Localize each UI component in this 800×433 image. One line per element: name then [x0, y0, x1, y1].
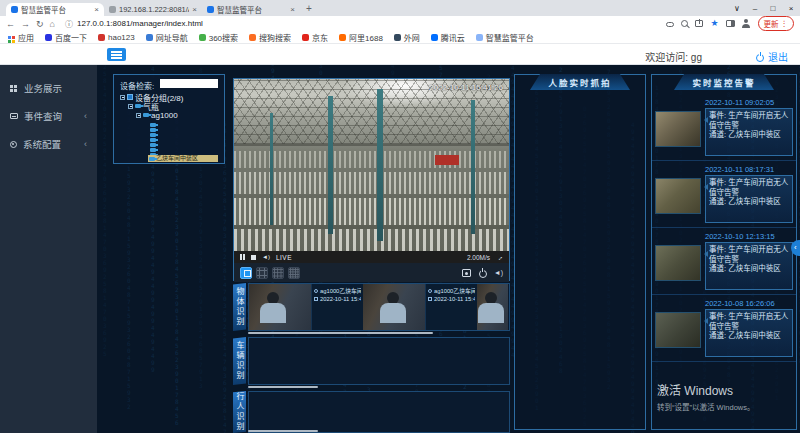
grid-icon	[10, 85, 13, 88]
split-view-icon[interactable]	[726, 20, 735, 27]
calendar-icon	[314, 297, 318, 301]
sidebar-toggle-button[interactable]	[107, 48, 126, 61]
layout-2x2-button[interactable]	[256, 267, 268, 279]
sidebar-item-events[interactable]: 事件查询 ‹	[0, 105, 97, 127]
tab-favicon-icon	[109, 6, 116, 13]
chevron-icon: ‹	[84, 111, 87, 121]
screen: 智慧监管平台 × 192.168.1.222:8081/App/Syst × 智…	[0, 0, 800, 433]
favicon-icon	[199, 34, 206, 41]
recognition-thumbnail[interactable]	[363, 284, 425, 330]
layout-4x4-button[interactable]	[288, 267, 300, 279]
horizontal-scrollbar[interactable]	[248, 430, 318, 433]
alert-card[interactable]: 2022-10-11 08:17:31 事件: 生产车间开启无人值守告警 通道:…	[652, 162, 796, 228]
bookmark-item[interactable]: 智慧监管平台	[476, 32, 534, 43]
beam	[234, 144, 509, 146]
browser-tab-1[interactable]: 智慧监管平台 ×	[6, 3, 104, 16]
browser-tab-2[interactable]: 192.168.1.222:8081/App/Syst ×	[104, 3, 202, 16]
tree-node-device[interactable]: ag1000	[136, 111, 178, 119]
welcome-text: 欢迎访问: gg	[645, 49, 702, 64]
bookmark-item[interactable]: hao123	[98, 33, 135, 42]
alert-time: 2022-10-11 08:17:31	[705, 165, 774, 174]
matrix-rain-decoration: 5 8 1 4 7 0 3 6 9 2 5 8 1 4 7 0 3 6 9 2 …	[223, 120, 227, 433]
menu-dots-icon[interactable]: ⋮	[781, 19, 789, 28]
speaker-icon[interactable]: ◄)	[262, 254, 270, 260]
sidebar-item-settings[interactable]: 系统配置 ‹	[0, 133, 97, 155]
update-button[interactable]: 更新 ⋮	[758, 16, 795, 31]
logout-button[interactable]: 退出	[755, 49, 788, 64]
collapse-icon[interactable]	[128, 104, 133, 109]
profile-icon[interactable]	[742, 19, 751, 28]
alert-thumbnail[interactable]	[655, 312, 701, 348]
cylinder-row	[234, 172, 509, 194]
alert-card[interactable]: 2022-10-10 12:13:15 事件: 生产车间开启无人值守告警 通道:…	[652, 229, 796, 295]
alert-time: 2022-10-08 16:26:06	[705, 299, 775, 308]
stop-icon[interactable]	[251, 255, 256, 260]
window-minimize-icon[interactable]: –	[746, 4, 764, 13]
alert-thumbnail[interactable]	[655, 178, 701, 214]
recognition-thumbnail[interactable]	[477, 284, 508, 330]
horizontal-scrollbar[interactable]	[248, 386, 318, 389]
horizontal-scrollbar[interactable]	[248, 332, 433, 335]
main-video-panel[interactable]: 2022-10-11 15:41:26 ◄) LIVE 2.00M/s ↔	[233, 78, 510, 281]
bookmark-item[interactable]: 百度一下	[45, 32, 87, 43]
back-icon[interactable]: ←	[6, 19, 15, 29]
alert-thumbnail[interactable]	[655, 111, 701, 147]
power-icon[interactable]	[478, 268, 487, 277]
tab-close-icon[interactable]: ×	[290, 5, 295, 14]
layout-3x3-button[interactable]	[272, 267, 284, 279]
bookmark-item[interactable]: 搜狗搜索	[249, 32, 291, 43]
bookmark-star-icon[interactable]: ★	[710, 19, 718, 28]
tab-vehicle-recognition[interactable]: 车辆识别	[233, 337, 246, 385]
tab-object-recognition[interactable]: 物体识别	[233, 283, 246, 331]
bookmark-item[interactable]: 网址导航	[146, 32, 188, 43]
collapse-icon[interactable]	[120, 95, 125, 100]
site-info-icon[interactable]: ⓘ	[65, 18, 73, 29]
alert-time: 2022-10-10 12:13:15	[705, 232, 775, 241]
window-controls: ∨ – □ ×	[728, 0, 800, 16]
reload-icon[interactable]: ↻	[36, 19, 44, 29]
recognition-thumbnail[interactable]	[249, 284, 311, 330]
tab-title: 192.168.1.222:8081/App/Syst	[119, 5, 189, 14]
tab-close-icon[interactable]: ×	[192, 5, 197, 14]
bookmark-apps[interactable]: 应用	[8, 32, 34, 43]
checkbox-icon[interactable]	[127, 94, 133, 100]
home-icon[interactable]: ⌂	[50, 19, 55, 29]
share-icon[interactable]	[695, 20, 703, 27]
plugin-icon[interactable]	[666, 22, 674, 27]
collapse-icon[interactable]	[136, 113, 141, 118]
window-maximize-icon[interactable]: □	[764, 4, 782, 13]
tree-channel-selected[interactable]: 乙炔车间中装区	[148, 155, 218, 162]
power-icon	[755, 52, 764, 61]
cylinder-row	[234, 229, 509, 251]
layout-1x1-button[interactable]	[240, 267, 252, 279]
app-body: 业务展示 事件查询 ‹ 系统配置 ‹ 3 0 2 4 6 8 5 7 9 1 3…	[0, 65, 800, 433]
tab-close-icon[interactable]: ×	[94, 5, 99, 14]
bookmark-item[interactable]: 京东	[302, 32, 328, 43]
favicon-icon	[476, 34, 483, 41]
bookmark-item[interactable]: 360搜索	[199, 32, 238, 43]
tree-node-group[interactable]: 气瓶	[128, 102, 159, 110]
new-tab-button[interactable]: +	[306, 3, 312, 14]
alert-card[interactable]: 2022-10-08 16:26:06 事件: 生产车间开启无人值守告警 通道:…	[652, 296, 796, 362]
snapshot-icon[interactable]	[462, 269, 471, 277]
forward-icon[interactable]: →	[21, 19, 30, 29]
address-bar[interactable]: ⓘ 127.0.0.1:8081/manager/index.html	[61, 18, 660, 29]
alert-card[interactable]: 2022-10-11 09:02:05 事件: 生产车间开启无人值守告警 通道:…	[652, 95, 796, 161]
pause-icon[interactable]	[240, 254, 245, 260]
bookmark-item[interactable]: 阿里1688	[339, 32, 383, 43]
window-menu-icon[interactable]: ∨	[728, 4, 746, 13]
bookmark-item[interactable]: 腾讯云	[431, 32, 465, 43]
browser-tab-3[interactable]: 智慧监管平台 ×	[202, 3, 300, 16]
sidebar-item-business[interactable]: 业务展示	[0, 77, 97, 99]
device-search-input[interactable]	[160, 79, 218, 88]
fullscreen-icon[interactable]: ↔	[495, 252, 505, 262]
live-label: LIVE	[276, 254, 292, 261]
bookmark-item[interactable]: 外网	[394, 32, 420, 43]
speaker-icon[interactable]: ◄)	[494, 268, 503, 277]
tab-pedestrian-recognition[interactable]: 行人识别	[233, 391, 246, 433]
zoom-icon[interactable]	[681, 20, 688, 27]
alert-event: 事件: 生产车间开启无人值守告警	[709, 178, 789, 197]
panel-collapse-handle[interactable]: ‹	[791, 240, 800, 256]
window-close-icon[interactable]: ×	[782, 4, 800, 13]
alert-thumbnail[interactable]	[655, 245, 701, 281]
